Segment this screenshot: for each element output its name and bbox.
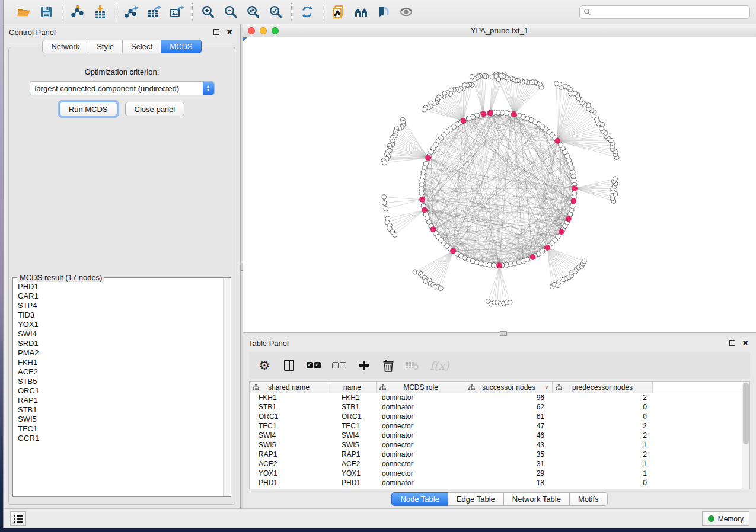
table-cell: 18 xyxy=(465,479,553,488)
table-row[interactable]: PHD1PHD1dominator180 xyxy=(250,479,749,488)
column-header-successor-nodes[interactable]: successor nodes∨ xyxy=(465,382,553,393)
show-graphics-button[interactable] xyxy=(397,3,416,21)
mcds-result-item[interactable]: SWI5 xyxy=(18,415,223,424)
mcds-result-item[interactable]: STB1 xyxy=(18,405,223,415)
horizontal-splitter[interactable] xyxy=(243,333,756,335)
search-box[interactable] xyxy=(579,5,750,19)
table-cell: 62 xyxy=(465,403,553,412)
table-row[interactable]: SWI5SWI5connector431 xyxy=(250,441,749,450)
select-all-button[interactable] xyxy=(306,358,321,373)
table-settings-button[interactable]: ⚙ xyxy=(257,358,272,373)
memory-button[interactable]: Memory xyxy=(702,511,749,526)
mcds-result-item[interactable]: CAR1 xyxy=(18,291,223,301)
table-cell: ACE2 xyxy=(328,460,377,469)
table-row[interactable]: TEC1TEC1connector472 xyxy=(250,422,749,431)
tab-network[interactable]: Network xyxy=(42,40,88,53)
mcds-result-item[interactable]: STP4 xyxy=(18,301,223,310)
mcds-result-item[interactable]: GCR1 xyxy=(18,434,223,443)
mcds-result-item[interactable]: SRD1 xyxy=(18,339,223,348)
open-file-button[interactable] xyxy=(14,3,33,21)
toolbar-separator xyxy=(291,3,292,21)
column-header-shared-name[interactable]: shared name xyxy=(250,382,328,393)
mcds-result-item[interactable]: TID3 xyxy=(18,310,223,320)
table-cell: 35 xyxy=(465,450,553,460)
import-network-button[interactable] xyxy=(68,3,87,21)
mcds-result-item[interactable]: YOX1 xyxy=(18,320,223,329)
close-panel-button[interactable]: Close panel xyxy=(125,102,185,116)
mcds-result-item[interactable]: FKH1 xyxy=(18,358,223,367)
zoom-out-button[interactable] xyxy=(221,3,240,21)
table-cell: YOX1 xyxy=(250,469,328,479)
import-table-button[interactable] xyxy=(91,3,110,21)
mcds-result-item[interactable]: TEC1 xyxy=(18,424,223,434)
mcds-list-scrollbar[interactable] xyxy=(223,278,230,496)
search-input[interactable] xyxy=(594,8,746,16)
table-cell: connector xyxy=(377,469,465,479)
column-header-predecessor-nodes[interactable]: predecessor nodes xyxy=(553,382,653,393)
table-scrollbar-thumb[interactable] xyxy=(743,383,749,444)
table-row[interactable]: FKH1FKH1dominator962 xyxy=(250,393,749,403)
tab-mcds[interactable]: MCDS xyxy=(161,40,201,53)
table-scrollbar[interactable] xyxy=(742,382,749,489)
clone-network-button[interactable] xyxy=(329,3,348,21)
table-row[interactable]: ORC1ORC1dominator610 xyxy=(250,412,749,422)
mcds-result-item[interactable]: PMA2 xyxy=(18,348,223,358)
table-cell: RAP1 xyxy=(328,450,377,460)
horizontal-splitter-grip[interactable] xyxy=(500,331,507,336)
table-cell: 2 xyxy=(553,393,653,403)
column-header-name[interactable]: name xyxy=(328,382,377,393)
mcds-result-item[interactable]: STB5 xyxy=(18,377,223,386)
deselect-all-button[interactable] xyxy=(331,358,347,373)
add-column-button[interactable] xyxy=(357,358,371,373)
run-mcds-button[interactable]: Run MCDS xyxy=(59,102,117,116)
table-cell: 1 xyxy=(553,460,653,469)
column-header-MCDS-role[interactable]: MCDS role xyxy=(377,382,465,393)
table-row[interactable]: STB1STB1dominator620 xyxy=(250,403,749,412)
mcds-result-item[interactable]: RAP1 xyxy=(18,396,223,405)
table-cell: 29 xyxy=(465,469,553,479)
tab-edge-table[interactable]: Edge Table xyxy=(448,492,504,506)
float-panel-icon[interactable] xyxy=(213,29,219,35)
zoom-in-button[interactable] xyxy=(199,3,218,21)
export-table-button[interactable] xyxy=(145,3,164,21)
table-cell: dominator xyxy=(377,431,465,441)
hide-graphics-button[interactable] xyxy=(374,3,393,21)
network-graph[interactable] xyxy=(243,37,756,332)
table-cell: STB1 xyxy=(250,403,328,412)
mcds-result-item[interactable]: ACE2 xyxy=(18,367,223,377)
sort-desc-icon: ∨ xyxy=(544,384,548,390)
table-row[interactable]: YOX1YOX1connector291 xyxy=(250,469,749,479)
mcds-result-item[interactable]: SWI4 xyxy=(18,329,223,339)
table-row[interactable]: ACE2ACE2connector311 xyxy=(250,460,749,469)
hide-graphics-icon xyxy=(377,5,391,19)
tab-network-table[interactable]: Network Table xyxy=(504,492,570,506)
column-type-icon xyxy=(253,384,259,390)
mcds-result-list[interactable]: PHD1CAR1STP4TID3YOX1SWI4SRD1PMA2FKH1ACE2… xyxy=(14,278,223,496)
mcds-result-item[interactable]: PHD1 xyxy=(18,282,223,291)
save-session-button[interactable] xyxy=(37,3,56,21)
export-image-button[interactable] xyxy=(167,3,186,21)
table-cell: PHD1 xyxy=(328,479,377,488)
table-float-panel-icon[interactable] xyxy=(729,340,735,346)
export-network-button[interactable] xyxy=(122,3,141,21)
table-row[interactable]: RAP1RAP1dominator352 xyxy=(250,450,749,460)
task-history-button[interactable] xyxy=(10,511,26,526)
tab-select[interactable]: Select xyxy=(123,40,161,53)
tab-motifs[interactable]: Motifs xyxy=(570,492,608,506)
redraw-network-button[interactable] xyxy=(298,3,317,21)
tab-node-table[interactable]: Node Table xyxy=(391,492,448,506)
dropdown-stepper-icon: ▲▼ xyxy=(203,82,214,95)
zoom-selected-button[interactable] xyxy=(266,3,285,21)
network-canvas[interactable] xyxy=(243,37,756,332)
table-row[interactable]: SWI4SWI4dominator462 xyxy=(250,431,749,441)
tab-style[interactable]: Style xyxy=(88,40,123,53)
zoom-fit-button[interactable] xyxy=(244,3,263,21)
table-tabs: Node TableEdge TableNetwork TableMotifs xyxy=(391,492,607,506)
criterion-dropdown[interactable]: largest connected component (undirected)… xyxy=(30,81,215,95)
delete-columns-button[interactable] xyxy=(381,358,395,373)
column-panel-button[interactable] xyxy=(282,358,296,373)
first-neighbors-button[interactable] xyxy=(352,3,371,21)
mcds-result-item[interactable]: ORC1 xyxy=(18,386,223,396)
close-panel-icon[interactable]: ✖ xyxy=(224,28,235,36)
table-close-panel-icon[interactable]: ✖ xyxy=(740,339,751,347)
